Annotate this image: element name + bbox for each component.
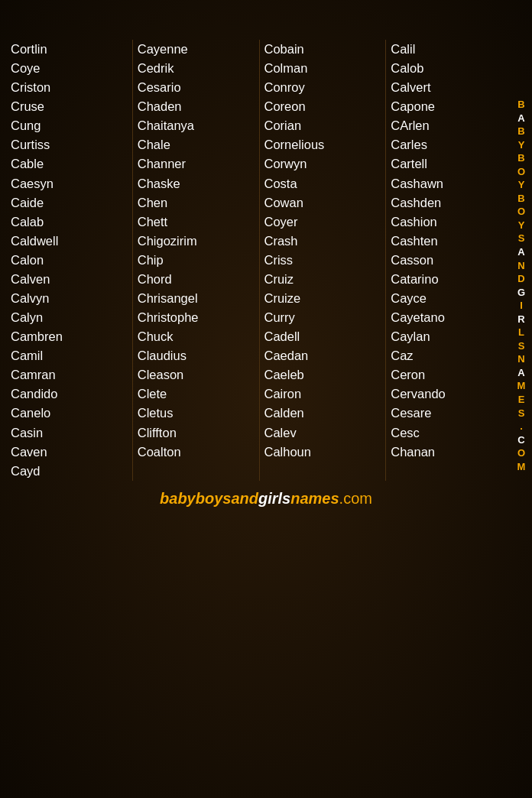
column-2: CayenneCedrikCesarioChadenChaitanyaChale… (133, 40, 260, 481)
name-item: Cayenne (138, 40, 255, 59)
name-item: Calvyn (11, 289, 128, 308)
sidebar-letter: S (518, 232, 525, 245)
sidebar-letter: B (517, 98, 524, 112)
name-item: Cowan (264, 193, 381, 212)
name-item: Corwyn (264, 154, 381, 174)
sidebar-letter: C (517, 433, 524, 447)
name-item: Calvert (391, 78, 508, 97)
name-item: Chale (138, 135, 255, 154)
name-item: Curtiss (11, 135, 128, 154)
name-item: Cortlin (11, 40, 128, 59)
name-item: Cairon (264, 384, 381, 404)
sidebar-letter: . (520, 420, 523, 433)
column-4: CalilCalobCalvertCaponeCArlenCarlesCarte… (386, 40, 529, 481)
name-item: Chrisangel (138, 289, 255, 308)
sidebar-letter: Y (518, 178, 525, 192)
names-grid: CortlinCoyeCristonCruseCungCurtissCableC… (0, 37, 532, 484)
name-item: Cadell (264, 327, 381, 346)
name-item: Chuck (138, 327, 255, 346)
name-item: Chett (138, 212, 255, 232)
sidebar-letter: B (517, 192, 524, 206)
name-item: Cartell (391, 154, 508, 174)
name-item: Carles (391, 135, 508, 154)
sidebar-letter: M (517, 460, 526, 474)
name-item: Clete (138, 384, 255, 404)
name-item: Cruize (264, 289, 381, 308)
name-item: Casson (391, 251, 508, 270)
page-container: CortlinCoyeCristonCruseCungCurtissCableC… (0, 0, 532, 798)
name-item: Caldwell (11, 232, 128, 251)
sidebar-letter: A (517, 112, 524, 125)
name-item: Calev (264, 423, 381, 443)
name-item: Cesare (391, 404, 508, 423)
footer-names: names (290, 490, 339, 507)
name-item: Calven (11, 270, 128, 289)
name-item: Criss (264, 251, 381, 270)
name-item: Cashion (391, 212, 508, 232)
name-item: Curry (264, 308, 381, 327)
name-item: Cung (11, 116, 128, 135)
name-item: Cambren (11, 327, 128, 346)
name-item: Capone (391, 97, 508, 116)
name-item: Casin (11, 423, 128, 443)
name-item: Cruiz (264, 270, 381, 289)
name-item: Cleason (138, 365, 255, 384)
sidebar-letter: S (518, 407, 525, 420)
name-item: Chen (138, 193, 255, 212)
sidebar-letter: M (517, 379, 526, 393)
name-item: Coye (11, 59, 128, 78)
name-item: Chigozirim (138, 232, 255, 251)
name-item: Caven (11, 443, 128, 462)
name-item: Calob (391, 59, 508, 78)
sidebar-letter: D (517, 272, 524, 286)
name-item: Cesc (391, 423, 508, 443)
name-item: Coreon (264, 97, 381, 116)
sidebar-letter: G (517, 286, 525, 300)
sidebar-letter: R (517, 313, 524, 326)
footer-baby: baby (160, 490, 196, 507)
name-item: Crash (264, 232, 381, 251)
name-item: Canelo (11, 404, 128, 423)
name-item: Caeleb (264, 365, 381, 384)
sidebar-letter: B (517, 151, 524, 165)
column-3: CobainColmanConroyCoreonCorianCornelious… (260, 40, 387, 481)
sidebar-letter: Y (518, 138, 525, 152)
sidebar-letter: O (517, 205, 525, 219)
name-item: Calab (11, 212, 128, 232)
sidebar-letter: B (517, 125, 524, 138)
name-item: Colman (264, 59, 381, 78)
name-item: Cedrik (138, 59, 255, 78)
name-item: Camran (11, 365, 128, 384)
column-1: CortlinCoyeCristonCruseCungCurtissCableC… (3, 40, 133, 481)
name-item: Calil (391, 40, 508, 59)
name-item: Caz (391, 346, 508, 365)
sidebar-text: BABYBOYBOYSANDGIRLSNAMES.COM (511, 98, 532, 473)
sidebar-letter: A (517, 245, 524, 259)
name-item: Calden (264, 404, 381, 423)
name-item: Chaske (138, 174, 255, 193)
footer-and: and (231, 490, 258, 507)
name-item: Cletus (138, 404, 255, 423)
name-item: Calon (11, 251, 128, 270)
name-item: Cliffton (138, 423, 255, 443)
name-item: Costa (264, 174, 381, 193)
name-item: Conroy (264, 78, 381, 97)
footer-boys: boys (196, 490, 232, 507)
name-item: Corian (264, 116, 381, 135)
name-item: Camil (11, 346, 128, 365)
name-item: Caylan (391, 327, 508, 346)
name-item: Christophe (138, 308, 255, 327)
name-item: Chanan (391, 443, 508, 462)
name-item: Coyer (264, 212, 381, 232)
footer-girls: girls (258, 490, 290, 507)
name-item: Chip (138, 251, 255, 270)
name-item: Cayetano (391, 308, 508, 327)
footer-text: babyboysandgirlsnames.com (160, 490, 372, 507)
sidebar-letter: S (518, 339, 525, 353)
name-item: Coalton (138, 443, 255, 462)
sidebar-letter: I (520, 299, 523, 313)
sidebar-letter: N (517, 259, 524, 273)
name-item: Chaden (138, 97, 255, 116)
page-header (0, 8, 532, 37)
name-item: Cornelious (264, 135, 381, 154)
